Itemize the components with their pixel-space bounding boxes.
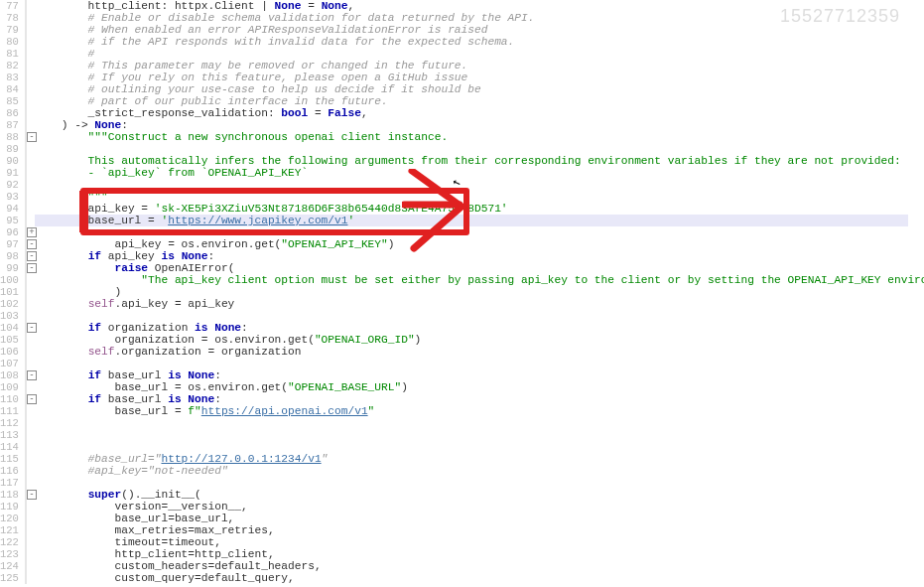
line-number: 100	[0, 274, 19, 286]
code-line[interactable]	[35, 143, 924, 155]
code-line[interactable]: # outlining your use-case to help us dec…	[35, 83, 924, 95]
code-line[interactable]: api_key = os.environ.get("OPENAI_API_KEY…	[35, 238, 924, 250]
line-number: 121	[0, 524, 19, 536]
token: "OPENAI_API_KEY"	[281, 238, 387, 250]
token	[35, 489, 88, 501]
line-number: 90	[0, 155, 19, 167]
code-line[interactable]: base_url = os.environ.get("OPENAI_BASE_U…	[35, 381, 924, 393]
code-line[interactable]: #api_key="not-needed"	[35, 465, 924, 477]
code-line[interactable]: #	[35, 48, 924, 60]
code-area[interactable]: http_client: httpx.Client | None = None,…	[27, 0, 924, 584]
code-line[interactable]: This automatically infers the following …	[35, 155, 924, 167]
token: """Construct a new synchronous openai cl…	[35, 131, 448, 143]
token: :	[214, 369, 221, 381]
code-line[interactable]: # If you rely on this feature, please op…	[35, 72, 924, 83]
code-line[interactable]: if base_url is None:	[35, 369, 924, 381]
code-line[interactable]: custom_headers=default_headers,	[35, 560, 924, 572]
token: https://www.jcapikey.com/v1	[168, 215, 347, 226]
code-line[interactable]: """	[35, 191, 924, 203]
code-line[interactable]	[35, 417, 924, 429]
token: if	[88, 250, 101, 262]
token: api_key = os.environ.get(	[35, 238, 281, 250]
line-number: 108	[0, 369, 19, 381]
line-number: 93	[0, 191, 19, 203]
token: None	[275, 0, 302, 12]
token: :	[121, 119, 128, 131]
code-line[interactable]: raise OpenAIError(	[35, 262, 924, 274]
code-line[interactable]: """Construct a new synchronous openai cl…	[35, 131, 924, 143]
token: :	[208, 250, 215, 262]
token: '	[347, 215, 354, 226]
line-number: 107	[0, 358, 19, 369]
code-line[interactable]: version=__version__,	[35, 501, 924, 513]
code-line[interactable]: # if the API responds with invalid data …	[35, 36, 924, 48]
token: # outlining your use-case to help us dec…	[35, 83, 481, 95]
token: base_url=base_url,	[35, 513, 234, 524]
code-line[interactable]	[35, 310, 924, 322]
token: base_url =	[35, 215, 162, 226]
code-line[interactable]: _strict_response_validation: bool = Fals…	[35, 107, 924, 119]
code-line[interactable]: timeout=timeout,	[35, 536, 924, 548]
code-line[interactable]	[35, 226, 924, 238]
line-number: 110	[0, 393, 19, 405]
token: base_url = os.environ.get(	[35, 381, 288, 393]
token: :	[214, 393, 221, 405]
token: "OPENAI_ORG_ID"	[315, 334, 415, 346]
token: timeout=timeout,	[35, 536, 221, 548]
code-line[interactable]: base_url=base_url,	[35, 513, 924, 524]
code-line[interactable]: self.api_key = api_key	[35, 298, 924, 310]
token: "	[368, 405, 375, 417]
token	[35, 298, 88, 310]
line-number: 120	[0, 513, 19, 524]
line-number: 119	[0, 501, 19, 513]
line-number: 109	[0, 381, 19, 393]
line-number: 81	[0, 48, 19, 60]
code-editor[interactable]: 7778798081828384858687888990919293949596…	[0, 0, 924, 584]
code-line[interactable]: if api_key is None:	[35, 250, 924, 262]
code-line[interactable]	[35, 179, 924, 191]
code-line[interactable]: if organization is None:	[35, 322, 924, 334]
code-line[interactable]	[35, 358, 924, 369]
code-line[interactable]: if base_url is None:	[35, 393, 924, 405]
line-number: 99	[0, 262, 19, 274]
code-line[interactable]: #base_url="http://127.0.0.1:1234/v1"	[35, 453, 924, 465]
code-line[interactable]: # This parameter may be removed or chang…	[35, 60, 924, 72]
code-line[interactable]: api_key = 'sk-XE5Pi3XZiuV53Nt87186D6F38b…	[35, 203, 924, 215]
line-number: 80	[0, 36, 19, 48]
code-line[interactable]: base_url = 'https://www.jcapikey.com/v1'	[35, 215, 908, 226]
code-line[interactable]	[35, 477, 924, 489]
line-number: 96	[0, 226, 19, 238]
code-line[interactable]: base_url = f"https://api.openai.com/v1"	[35, 405, 924, 417]
code-line[interactable]: self.organization = organization	[35, 346, 924, 358]
token: OpenAIError(	[148, 262, 234, 274]
code-line[interactable]: ) -> None:	[35, 119, 924, 131]
token: #base_url="	[35, 453, 162, 465]
watermark: 15527712359	[780, 6, 900, 27]
token: organization = os.environ.get(	[35, 334, 315, 346]
token: base_url	[101, 393, 168, 405]
line-number: 113	[0, 429, 19, 441]
line-number: 83	[0, 72, 19, 83]
token: )	[388, 238, 395, 250]
code-line[interactable]: http_client=http_client,	[35, 548, 924, 560]
code-line[interactable]: - `api_key` from `OPENAI_API_KEY`	[35, 167, 924, 179]
code-line[interactable]	[35, 441, 924, 453]
token	[35, 393, 88, 405]
code-line[interactable]: organization = os.environ.get("OPENAI_OR…	[35, 334, 924, 346]
line-number: 91	[0, 167, 19, 179]
code-line[interactable]: # part of our public interface in the fu…	[35, 95, 924, 107]
code-line[interactable]: max_retries=max_retries,	[35, 524, 924, 536]
code-line[interactable]: super().__init__(	[35, 489, 924, 501]
code-line[interactable]: custom_query=default_query,	[35, 572, 924, 584]
code-line[interactable]	[35, 429, 924, 441]
token: # part of our public interface in the fu…	[35, 95, 388, 107]
token: "	[322, 453, 329, 465]
token: self	[88, 346, 115, 358]
code-line[interactable]: "The api_key client option must be set e…	[35, 274, 924, 286]
token: False	[328, 107, 361, 119]
token: =	[301, 0, 321, 12]
line-number: 103	[0, 310, 19, 322]
token: # If you rely on this feature, please op…	[35, 72, 467, 83]
line-number: 124	[0, 560, 19, 572]
code-line[interactable]: )	[35, 286, 924, 298]
